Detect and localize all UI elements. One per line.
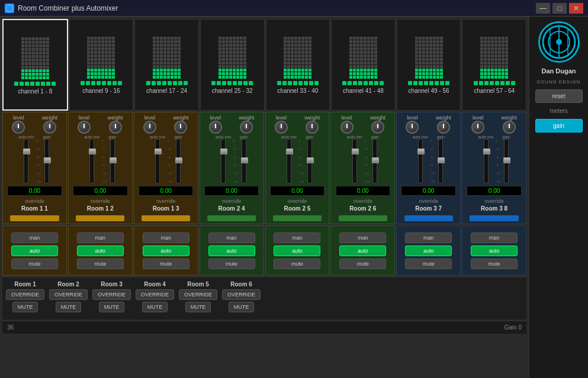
mute-button-8[interactable]: mute	[471, 259, 518, 269]
bottom-override-button-5[interactable]: OVERRIDE	[179, 289, 217, 300]
auto-mix-thumb[interactable]	[155, 148, 162, 154]
auto-mix-fader[interactable]	[352, 139, 357, 183]
gain-thumb[interactable]	[372, 157, 379, 163]
mute-button-2[interactable]: mute	[77, 259, 124, 269]
gain-fader[interactable]	[504, 139, 509, 183]
bottom-override-button-3[interactable]: OVERRIDE	[92, 289, 131, 300]
close-button[interactable]: ✕	[569, 3, 583, 14]
man-button-8[interactable]: man	[471, 232, 518, 243]
bottom-override-button-6[interactable]: OVERRIDE	[222, 289, 261, 300]
reset-button[interactable]: reset	[535, 89, 583, 103]
mute-button-7[interactable]: mute	[405, 259, 452, 269]
man-button-4[interactable]: man	[208, 232, 255, 243]
bottom-mute-button-2[interactable]: MUTE	[56, 302, 82, 312]
gain-fader[interactable]	[438, 139, 443, 183]
man-button-2[interactable]: man	[77, 232, 124, 243]
weight-knob[interactable]	[503, 121, 516, 134]
level-knob[interactable]	[143, 121, 156, 134]
bottom-override-button-4[interactable]: OVERRIDE	[136, 289, 174, 300]
auto-button-2[interactable]: auto	[77, 245, 124, 256]
auto-mix-thumb[interactable]	[417, 148, 425, 154]
auto-button-7[interactable]: auto	[405, 245, 452, 256]
channel-group-7[interactable]: channel 49 - 56	[397, 19, 461, 111]
auto-button-6[interactable]: auto	[339, 245, 386, 256]
gain-thumb[interactable]	[44, 157, 51, 163]
mute-button-3[interactable]: mute	[143, 259, 189, 269]
auto-button-5[interactable]: auto	[274, 245, 320, 256]
auto-button-1[interactable]: auto	[11, 245, 58, 256]
weight-knob[interactable]	[43, 121, 56, 134]
level-knob[interactable]	[406, 121, 419, 134]
gain-thumb[interactable]	[438, 157, 445, 163]
channel-group-3[interactable]: channel 17 - 24	[134, 19, 199, 111]
auto-mix-fader[interactable]	[221, 139, 226, 183]
auto-button-4[interactable]: auto	[208, 245, 255, 256]
level-knob[interactable]	[275, 121, 288, 134]
man-button-7[interactable]: man	[405, 232, 452, 243]
auto-button-3[interactable]: auto	[143, 245, 189, 256]
level-knob[interactable]	[340, 121, 354, 134]
auto-mix-thumb[interactable]	[89, 148, 96, 154]
level-knob[interactable]	[12, 121, 25, 134]
gain-fader[interactable]	[242, 139, 246, 183]
channel-group-5[interactable]: channel 33 - 40	[266, 19, 330, 111]
man-button-3[interactable]: man	[143, 232, 189, 243]
bottom-override-button-2[interactable]: OVERRIDE	[49, 289, 88, 300]
auto-button-8[interactable]: auto	[471, 245, 518, 256]
gain-thumb[interactable]	[110, 157, 117, 163]
maximize-button[interactable]: □	[552, 3, 567, 14]
bottom-mute-button-4[interactable]: MUTE	[142, 302, 168, 312]
man-button-6[interactable]: man	[339, 232, 386, 243]
auto-mix-fader[interactable]	[287, 139, 291, 183]
man-button-5[interactable]: man	[274, 232, 320, 243]
weight-knob[interactable]	[240, 121, 253, 134]
gain-fader[interactable]	[176, 139, 181, 183]
db-display: 0.00	[336, 186, 391, 196]
weight-knob[interactable]	[109, 121, 122, 134]
mute-button-4[interactable]: mute	[208, 259, 255, 269]
auto-mix-thumb[interactable]	[23, 148, 30, 154]
gain-button[interactable]: gain	[535, 119, 583, 133]
gain-thumb[interactable]	[503, 157, 510, 163]
auto-mix-thumb[interactable]	[352, 148, 359, 154]
gain-fader[interactable]	[307, 139, 312, 183]
gain-thumb[interactable]	[307, 157, 314, 163]
auto-mix-fader[interactable]	[89, 139, 94, 183]
weight-knob[interactable]	[437, 121, 450, 134]
bottom-mute-button-1[interactable]: MUTE	[12, 302, 38, 312]
auto-mix-thumb[interactable]	[220, 148, 227, 154]
auto-mix-fader[interactable]	[155, 139, 160, 183]
gain-fader[interactable]	[372, 139, 377, 183]
level-knob[interactable]	[78, 121, 91, 134]
gain-fader[interactable]	[110, 139, 115, 183]
mute-button-6[interactable]: mute	[339, 259, 386, 269]
weight-knob[interactable]	[306, 121, 319, 134]
gain-thumb[interactable]	[241, 157, 248, 163]
channel-group-1[interactable]: channel 1 - 8	[2, 19, 68, 111]
auto-mix-fader[interactable]	[24, 139, 28, 183]
channel-group-6[interactable]: channel 41 - 48	[331, 19, 396, 111]
minimize-button[interactable]: —	[536, 3, 550, 14]
override-label: override	[419, 198, 438, 204]
level-knob[interactable]	[209, 121, 222, 134]
gain-thumb[interactable]	[175, 157, 182, 163]
bottom-mute-button-6[interactable]: MUTE	[229, 302, 255, 312]
level-knob[interactable]	[471, 121, 484, 134]
channel-group-2[interactable]: channel 9 - 16	[69, 19, 134, 111]
led	[168, 81, 172, 85]
mute-button-5[interactable]: mute	[274, 259, 320, 269]
weight-knob[interactable]	[174, 121, 187, 134]
mute-button-1[interactable]: mute	[11, 259, 58, 269]
auto-mix-fader[interactable]	[418, 139, 423, 183]
bottom-override-button-1[interactable]: OVERRIDE	[6, 289, 44, 300]
bottom-mute-button-3[interactable]: MUTE	[99, 302, 125, 312]
bottom-mute-button-5[interactable]: MUTE	[185, 302, 211, 312]
gain-fader[interactable]	[44, 139, 49, 183]
channel-group-8[interactable]: channel 57 - 64	[462, 19, 526, 111]
auto-mix-fader[interactable]	[484, 139, 489, 183]
channel-group-4[interactable]: channel 25 - 32	[200, 19, 265, 111]
auto-mix-thumb[interactable]	[483, 148, 490, 154]
auto-mix-thumb[interactable]	[286, 148, 293, 154]
man-button-1[interactable]: man	[11, 232, 58, 243]
weight-knob[interactable]	[371, 121, 384, 134]
